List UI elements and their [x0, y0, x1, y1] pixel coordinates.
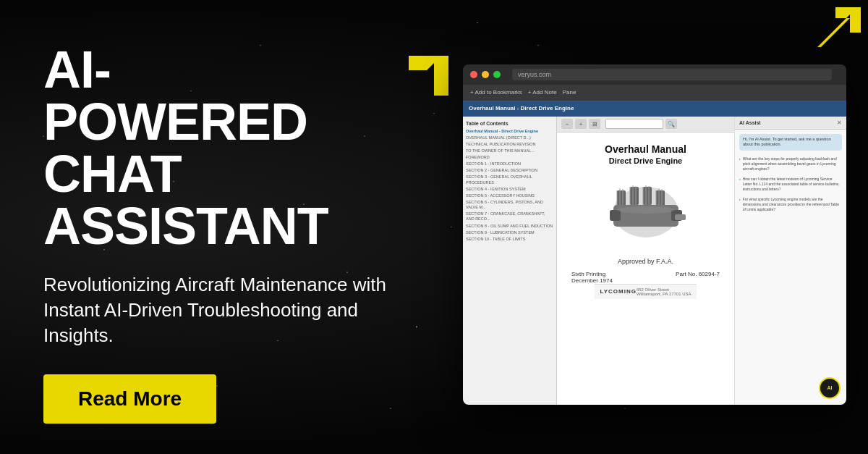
arrow-icon — [369, 49, 463, 136]
doc-title-text: Overhaul Manual - Direct Drive Engine — [469, 105, 574, 112]
lycoming-logo: LYCOMING — [600, 288, 637, 295]
browser-content: Table of Contents Overhaul Manual - Dire… — [463, 117, 846, 405]
chat-messages: Hi, I'm AI Assist. To get started, ask m… — [735, 130, 846, 405]
toc-item-7[interactable]: SECTION 3 - GENERAL OVERHAUL PROCEDURES — [466, 175, 553, 185]
browser-window: veryus.com + Add to Bookmarks + Add Note… — [463, 64, 846, 405]
search-btn[interactable]: 🔍 — [665, 119, 677, 129]
question-3-text: For what specific Lycoming engine models… — [743, 197, 842, 212]
doc-printing-info: Sixth Printing December 1974 Part No. 60… — [571, 271, 720, 284]
chat-header-label: AI Assist — [739, 120, 761, 125]
svg-point-22 — [617, 206, 675, 214]
bullet-1: › — [739, 156, 741, 172]
subtitle: Revolutionizing Aircraft Maintenance wit… — [43, 272, 398, 348]
toc-item-12[interactable]: SECTION 8 - OIL SUMP AND FUEL INDUCTION — [466, 224, 553, 229]
toc-item-13[interactable]: SECTION 9 - LUBRICATION SYSTEM — [466, 230, 553, 235]
svg-rect-3 — [630, 187, 639, 205]
close-dot[interactable] — [470, 71, 477, 78]
toc-item-8[interactable]: SECTION 4 - IGNITION SYSTEM — [466, 187, 553, 192]
toc-item-4[interactable]: FOREWORD — [466, 155, 553, 160]
printing-date: Sixth Printing December 1974 — [571, 271, 613, 284]
printing-date-val: December 1974 — [571, 277, 613, 284]
headline-line2: CHAT ASSISTANT — [43, 148, 463, 252]
toc-item-1[interactable]: OVERHAUL MANUAL (DIRECT D...) — [466, 135, 553, 140]
bullet-2: › — [739, 177, 741, 192]
read-more-button[interactable]: Read More — [43, 374, 216, 424]
chat-question-2: › How can I obtain the latest revision o… — [739, 177, 842, 192]
doc-panel: − + ⊞ 🔍 Overhaul Manual Direct Drive Eng… — [557, 117, 734, 405]
toc-item-14[interactable]: SECTION 10 - TABLE OF LIMITS — [466, 237, 553, 242]
toc-item-6[interactable]: SECTION 2 - GENERAL DESCRIPTION — [466, 168, 553, 173]
browser-titlebar: veryus.com — [463, 64, 846, 85]
bookmark-note[interactable]: + Add Note — [528, 89, 557, 96]
headline: AI-POWERED CHAT ASSISTANT — [43, 43, 463, 252]
minimize-dot[interactable] — [482, 71, 489, 78]
toc-item-5[interactable]: SECTION 1 - INTRODUCTION — [466, 161, 553, 167]
doc-approved: Approved by F.A.A. — [618, 258, 673, 265]
chat-question-1: › What are the key steps for properly ad… — [739, 156, 842, 172]
bullet-3: › — [739, 197, 741, 212]
toc-item-0[interactable]: Overhaul Manual - Direct Drive Engine — [466, 129, 553, 134]
headline-line1: AI-POWERED — [43, 43, 354, 148]
doc-title-bar: Overhaul Manual - Direct Drive Engine — [463, 101, 846, 117]
question-1-text: What are the key steps for properly adju… — [743, 156, 842, 172]
toc-title: Table of Contents — [466, 121, 553, 126]
svg-rect-7 — [610, 210, 621, 221]
printing-label: Sixth Printing — [571, 271, 605, 277]
question-2-text: How can I obtain the latest revision of … — [743, 177, 842, 192]
left-panel: AI-POWERED CHAT ASSISTANT Revolutionizin… — [43, 36, 463, 424]
toc-item-3[interactable]: TO THE OWNER OF THIS MANUAL... — [466, 148, 553, 154]
doc-content: Overhaul Manual Direct Drive Engine — [557, 133, 734, 405]
browser-url-bar[interactable]: veryus.com — [512, 69, 832, 80]
engine-illustration — [603, 180, 689, 245]
url-text: veryus.com — [518, 71, 551, 78]
svg-rect-4 — [643, 187, 652, 205]
toc-item-11[interactable]: SECTION 7 - CRANKCASE, CRANKSHAFT, AND R… — [466, 211, 553, 222]
ai-badge-text: AI — [827, 385, 833, 390]
chat-panel: AI Assist ✕ Hi, I'm AI Assist. To get st… — [734, 117, 846, 405]
zoom-in-btn[interactable]: + — [575, 119, 587, 129]
doc-footer: LYCOMING 652 Oliver StreetWilliamsport, … — [595, 284, 697, 299]
corner-arrow-icon — [810, 4, 868, 57]
doc-main-title: Overhaul Manual — [605, 143, 686, 155]
headline-row1: AI-POWERED — [43, 43, 463, 148]
svg-rect-9 — [675, 214, 686, 220]
toc-item-9[interactable]: SECTION 5 - ACCESSORY HOUSING — [466, 193, 553, 198]
ai-badge: AI — [819, 377, 841, 399]
maximize-dot[interactable] — [493, 71, 501, 78]
doc-sub-title: Direct Drive Engine — [609, 156, 682, 165]
toc-panel: Table of Contents Overhaul Manual - Dire… — [463, 117, 557, 405]
toc-item-2[interactable]: TECHNICAL PUBLICATION REVISION — [466, 142, 553, 147]
bookmarks-bar: + Add to Bookmarks + Add Note Pane — [463, 85, 846, 101]
chat-header: AI Assist ✕ — [735, 117, 846, 130]
doc-search-input[interactable] — [605, 119, 663, 129]
footer-address: 652 Oliver StreetWilliamsport, PA 17701 … — [637, 287, 692, 296]
zoom-out-btn[interactable]: − — [561, 119, 573, 129]
chat-question-3: › For what specific Lycoming engine mode… — [739, 197, 842, 212]
chat-greeting: Hi, I'm AI Assist. To get started, ask m… — [739, 134, 842, 151]
bookmark-pane[interactable]: Pane — [563, 89, 576, 96]
chat-close-btn[interactable]: ✕ — [837, 119, 842, 126]
viewer-toolbar: − + ⊞ 🔍 — [557, 117, 734, 133]
part-number: Part No. 60294-7 — [676, 271, 720, 284]
right-panel: veryus.com + Add to Bookmarks + Add Note… — [463, 29, 846, 418]
fit-page-btn[interactable]: ⊞ — [589, 119, 600, 129]
bookmark-add[interactable]: + Add to Bookmarks — [470, 89, 522, 96]
page-content: AI-POWERED CHAT ASSISTANT Revolutionizin… — [0, 0, 868, 454]
toc-item-10[interactable]: SECTION 6 - CYLINDERS, PISTONS, AND VALV… — [466, 200, 553, 210]
